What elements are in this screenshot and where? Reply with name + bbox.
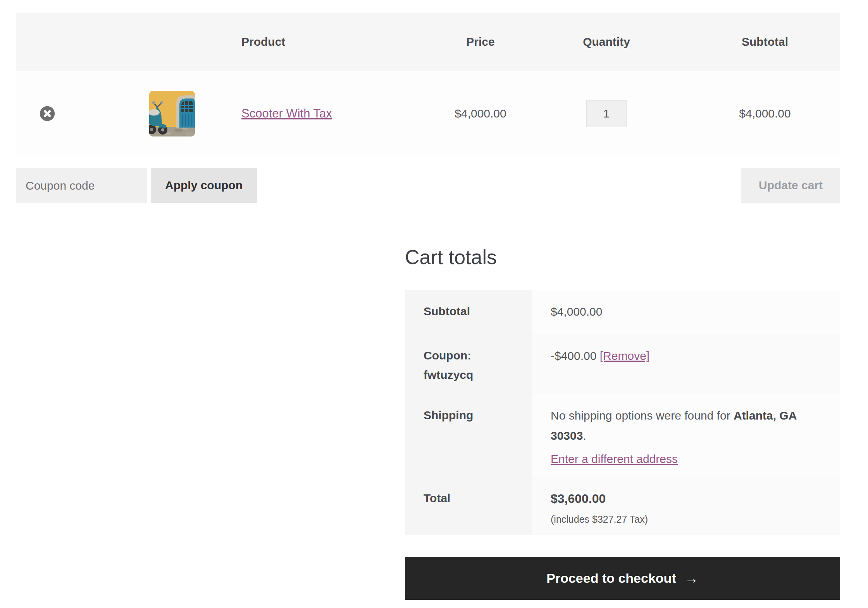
total-label: Total	[405, 477, 532, 535]
cart-items-table: Product Price Quantity Subtotal	[16, 13, 840, 156]
shipping-message: No shipping options were found for Atlan…	[551, 406, 814, 446]
remove-coupon-link[interactable]: [Remove]	[600, 349, 649, 362]
quantity-input[interactable]	[586, 100, 627, 127]
shipping-row: Shipping No shipping options were found …	[405, 394, 840, 477]
remove-cell	[16, 106, 134, 121]
cart-totals-title: Cart totals	[405, 245, 497, 269]
shipping-value: No shipping options were found for Atlan…	[532, 394, 840, 477]
shipping-message-prefix: No shipping options were found for	[551, 409, 734, 422]
coupon-label: Coupon: fwtuzycq	[405, 334, 532, 394]
tax-note: (includes $327.27 Tax)	[551, 513, 825, 525]
thumbnail-cell	[134, 91, 235, 136]
product-name-cell: Scooter With Tax	[235, 107, 438, 121]
update-cart-button[interactable]: Update cart	[741, 168, 840, 203]
proceed-to-checkout-button[interactable]: Proceed to checkout →	[405, 557, 840, 600]
header-price: Price	[438, 35, 523, 48]
header-quantity: Quantity	[523, 35, 690, 48]
product-thumbnail-image	[149, 91, 195, 136]
coupon-code-input[interactable]	[16, 168, 147, 203]
proceed-to-checkout-label: Proceed to checkout	[546, 571, 676, 586]
apply-coupon-button[interactable]: Apply coupon	[151, 168, 257, 203]
subtotal-label: Subtotal	[405, 290, 532, 334]
shipping-label: Shipping	[405, 394, 532, 477]
remove-item-button[interactable]	[40, 106, 55, 121]
product-thumbnail-link[interactable]	[149, 91, 195, 136]
subtotal-value: $4,000.00	[532, 290, 840, 334]
coupon-row: Coupon: fwtuzycq -$400.00 [Remove]	[405, 334, 840, 394]
coupon-discount-amount: -$400.00	[551, 349, 600, 362]
coupon-label-line2: fwtuzycq	[424, 365, 524, 385]
cart-item-row: Scooter With Tax $4,000.00 $4,000.00	[16, 71, 840, 156]
cart-totals-table: Subtotal $4,000.00 Coupon: fwtuzycq -$40…	[405, 290, 840, 535]
product-name-link[interactable]: Scooter With Tax	[241, 107, 332, 120]
header-subtotal: Subtotal	[690, 35, 840, 48]
subtotal-row: Subtotal $4,000.00	[405, 290, 840, 334]
total-amount: $3,600.00	[551, 489, 825, 509]
circle-x-icon	[40, 106, 55, 121]
coupon-value: -$400.00 [Remove]	[532, 334, 840, 394]
right-arrow-icon: →	[685, 572, 699, 586]
total-value: $3,600.00 (includes $327.27 Tax)	[532, 477, 840, 535]
quantity-cell	[523, 100, 690, 127]
enter-different-address-link[interactable]: Enter a different address	[551, 449, 678, 469]
item-price: $4,000.00	[438, 107, 523, 120]
coupon-label-line1: Coupon:	[424, 346, 524, 365]
cart-table-header: Product Price Quantity Subtotal	[16, 13, 840, 71]
item-subtotal: $4,000.00	[690, 107, 840, 120]
total-row: Total $3,600.00 (includes $327.27 Tax)	[405, 477, 840, 535]
header-product: Product	[235, 35, 438, 48]
coupon-bar: Apply coupon Update cart	[16, 168, 840, 203]
shipping-message-suffix: .	[583, 429, 586, 442]
